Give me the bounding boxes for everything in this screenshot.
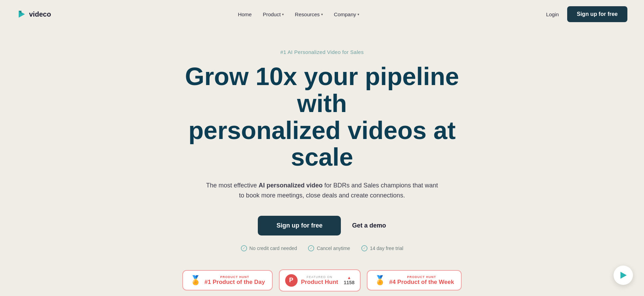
ph-text: FEATURED ON Product Hunt (301, 275, 338, 286)
resources-chevron-icon: ▾ (321, 12, 323, 16)
badge-product-hunt[interactable]: P FEATURED ON Product Hunt ▲ 1158 (279, 269, 361, 292)
cta-row: Sign up for free Get a demo (258, 216, 386, 235)
logo-text: videco (29, 10, 51, 18)
login-link[interactable]: Login (546, 11, 559, 17)
award-week-icon: 🏅 (374, 275, 386, 286)
ph-count: ▲ 1158 (344, 276, 354, 285)
badge-value: #1 Product of the Day (205, 279, 265, 286)
logo[interactable]: videco (17, 9, 51, 19)
badge-week-content: PRODUCT HUNT #4 Product of the Week (389, 275, 454, 286)
hero-section: #1 AI Personalized Video for Sales Grow … (0, 28, 644, 296)
svg-marker-2 (620, 272, 627, 279)
badges-row: 🏅 PRODUCT HUNT #1 Product of the Day P F… (182, 269, 462, 292)
hero-subtitle: The most effective AI personalized video… (205, 181, 440, 201)
badge-product-of-day[interactable]: 🏅 PRODUCT HUNT #1 Product of the Day (182, 270, 273, 290)
navbar: videco Home Product ▾ Resources ▾ Compan… (0, 0, 644, 28)
ph-label: FEATURED ON (301, 275, 338, 279)
nav-product[interactable]: Product ▾ (263, 11, 284, 17)
product-chevron-icon: ▾ (282, 12, 284, 16)
badge-week-value: #4 Product of the Week (389, 279, 454, 286)
nav-right: Login Sign up for free (546, 6, 627, 22)
trust-cancel-anytime: ✓ Cancel anytime (308, 245, 350, 251)
ph-vote-count: 1158 (344, 280, 354, 285)
nav-signup-button[interactable]: Sign up for free (567, 6, 627, 22)
hero-tagline: #1 AI Personalized Video for Sales (280, 49, 364, 55)
ph-name: Product Hunt (301, 279, 338, 286)
hero-signup-button[interactable]: Sign up for free (258, 216, 341, 235)
fab-arrow-icon (618, 270, 628, 280)
trust-free-trial: ✓ 14 day free trial (361, 245, 403, 251)
hero-title: Grow 10x your pipeline with personalized… (166, 63, 478, 171)
trust-row: ✓ No credit card needed ✓ Cancel anytime… (241, 245, 403, 251)
nav-home[interactable]: Home (238, 11, 252, 17)
badge-label: PRODUCT HUNT (205, 275, 265, 279)
badge-product-of-week[interactable]: 🏅 PRODUCT HUNT #4 Product of the Week (367, 270, 462, 290)
company-chevron-icon: ▾ (357, 12, 359, 16)
check-icon: ✓ (361, 245, 368, 251)
nav-company[interactable]: Company ▾ (334, 11, 359, 17)
check-icon: ✓ (241, 245, 247, 251)
fab-button[interactable] (614, 266, 633, 285)
award-icon: 🏅 (190, 275, 201, 286)
badge-week-label: PRODUCT HUNT (389, 275, 454, 279)
badge-content: PRODUCT HUNT #1 Product of the Day (205, 275, 265, 286)
check-icon: ✓ (308, 245, 314, 251)
upvote-arrow-icon: ▲ (347, 276, 351, 280)
producthunt-logo: P (285, 274, 298, 287)
nav-resources[interactable]: Resources ▾ (295, 11, 323, 17)
trust-no-credit-card: ✓ No credit card needed (241, 245, 297, 251)
hero-demo-button[interactable]: Get a demo (352, 222, 386, 229)
nav-links: Home Product ▾ Resources ▾ Company ▾ (238, 11, 359, 17)
logo-icon (17, 9, 26, 19)
